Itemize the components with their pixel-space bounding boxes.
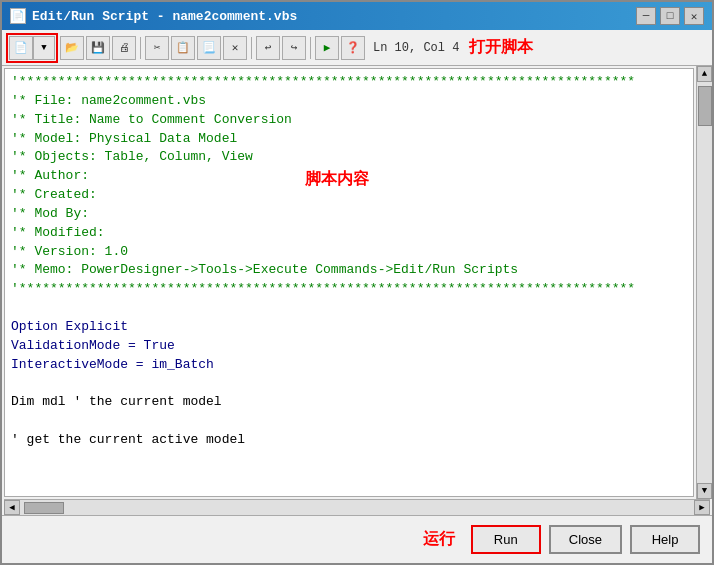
vertical-scrollbar[interactable]: ▲ ▼ [696,66,712,499]
window-title: Edit/Run Script - name2comment.vbs [32,9,297,24]
line-col-indicator: Ln 10, Col 4 [373,41,459,55]
code-line-17 [11,375,687,394]
code-line-11: '* Memo: PowerDesigner->Tools->Execute C… [11,261,687,280]
button-bar: 运行 Run Close Help [2,515,712,563]
code-line-15: ValidationMode = True [11,337,687,356]
close-button[interactable]: ✕ [684,7,704,25]
horizontal-scrollbar[interactable]: ◀ ▶ [4,499,710,515]
main-window: 📄 Edit/Run Script - name2comment.vbs ─ □… [0,0,714,565]
close-dialog-button[interactable]: Close [549,525,622,554]
help-toolbar-button[interactable]: ❓ [341,36,365,60]
code-line-10: '* Version: 1.0 [11,243,687,262]
scroll-left-button[interactable]: ◀ [4,500,20,515]
copy-button[interactable]: 📋 [171,36,195,60]
code-line-3: '* Title: Name to Comment Conversion [11,111,687,130]
code-content[interactable]: 脚本内容 '**********************************… [5,69,693,496]
separator-1 [140,37,141,59]
paste-button[interactable]: 📃 [197,36,221,60]
code-line-18: Dim mdl ' the current model [11,393,687,412]
code-editor[interactable]: 脚本内容 '**********************************… [4,68,694,497]
code-line-16: InteractiveMode = im_Batch [11,356,687,375]
code-line-1: '***************************************… [11,73,687,92]
code-line-19 [11,412,687,431]
scroll-thumb-h[interactable] [24,502,64,514]
code-line-4: '* Model: Physical Data Model [11,130,687,149]
save-button[interactable]: 💾 [86,36,110,60]
delete-button[interactable]: ✕ [223,36,247,60]
code-line-14: Option Explicit [11,318,687,337]
scroll-down-button[interactable]: ▼ [697,483,712,499]
new-script-button[interactable]: 📄 [9,36,33,60]
scroll-up-button[interactable]: ▲ [697,66,712,82]
annotation-open: 打开脚本 [469,37,533,58]
scroll-right-button[interactable]: ▶ [694,500,710,515]
code-line-12: '***************************************… [11,280,687,299]
separator-3 [310,37,311,59]
cut-button[interactable]: ✂ [145,36,169,60]
title-bar: 📄 Edit/Run Script - name2comment.vbs ─ □… [2,2,712,30]
toolbar: 📄 ▼ 📂 💾 🖨 ✂ 📋 📃 ✕ ↩ ↪ ▶ ❓ Ln 10, Col 4 打… [2,30,712,66]
code-line-20: ' get the current active model [11,431,687,450]
run-toolbar-button[interactable]: ▶ [315,36,339,60]
title-controls: ─ □ ✕ [636,7,704,25]
code-line-9: '* Modified: [11,224,687,243]
code-line-5: '* Objects: Table, Column, View [11,148,687,167]
run-button[interactable]: Run [471,525,541,554]
help-button[interactable]: Help [630,525,700,554]
separator-2 [251,37,252,59]
undo-button[interactable]: ↩ [256,36,280,60]
annotation-run: 运行 [423,529,455,550]
maximize-button[interactable]: □ [660,7,680,25]
print-button[interactable]: 🖨 [112,36,136,60]
new-dropdown-button[interactable]: ▼ [33,36,55,60]
code-line-8: '* Mod By: [11,205,687,224]
scroll-thumb-v[interactable] [698,86,712,126]
minimize-button[interactable]: ─ [636,7,656,25]
window-icon: 📄 [10,8,26,24]
code-line-13 [11,299,687,318]
code-line-2: '* File: name2comment.vbs [11,92,687,111]
annotation-content: 脚本内容 [305,169,369,192]
open-button[interactable]: 📂 [60,36,84,60]
editor-area: 脚本内容 '**********************************… [2,66,712,499]
redo-button[interactable]: ↪ [282,36,306,60]
title-bar-left: 📄 Edit/Run Script - name2comment.vbs [10,8,297,24]
